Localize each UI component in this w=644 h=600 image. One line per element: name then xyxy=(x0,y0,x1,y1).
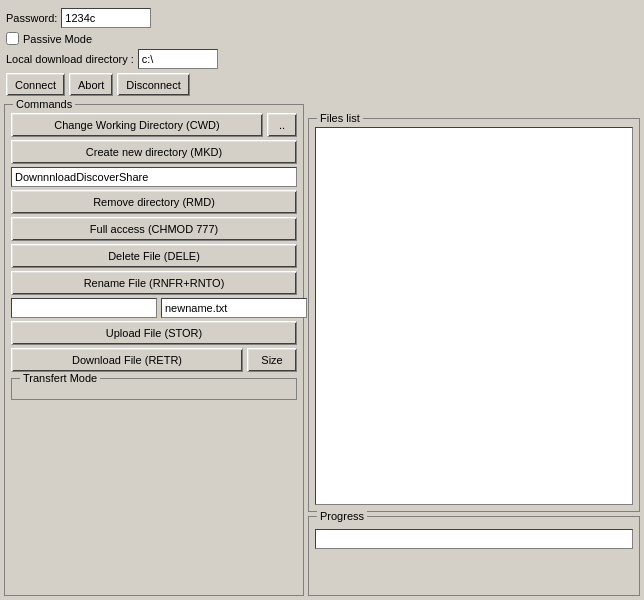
progress-bar-container xyxy=(315,529,633,549)
rename-old-input[interactable] xyxy=(11,298,157,318)
stor-button[interactable]: Upload File (STOR) xyxy=(11,321,297,345)
cwd-button[interactable]: Change Working Directory (CWD) xyxy=(11,113,263,137)
top-section: Password: Passive Mode Local download di… xyxy=(4,4,304,100)
rmd-button[interactable]: Remove directory (RMD) xyxy=(11,190,297,214)
local-dir-field[interactable] xyxy=(138,49,218,69)
commands-title: Commands xyxy=(13,98,75,110)
download-row: Download File (RETR) Size xyxy=(11,348,297,372)
top-empty-area xyxy=(308,4,640,114)
mkd-button[interactable]: Create new directory (MKD) xyxy=(11,140,297,164)
chmod-button[interactable]: Full access (CHMOD 777) xyxy=(11,217,297,241)
password-row: Password: xyxy=(6,6,302,30)
abort-button[interactable]: Abort xyxy=(69,73,113,96)
files-list-title: Files list xyxy=(317,112,363,124)
cwd-path-input[interactable] xyxy=(11,167,297,187)
password-label: Password: xyxy=(6,12,57,24)
rename-new-input[interactable] xyxy=(161,298,307,318)
passive-mode-row: Passive Mode xyxy=(6,30,302,47)
password-field[interactable] xyxy=(61,8,151,28)
connect-button[interactable]: Connect xyxy=(6,73,65,96)
left-panel: Password: Passive Mode Local download di… xyxy=(4,4,304,596)
right-panel: Files list Progress xyxy=(308,4,640,596)
commands-group: Commands Change Working Directory (CWD) … xyxy=(4,104,304,596)
transfer-mode-group: Transfert Mode xyxy=(11,378,297,400)
cwd-row: Change Working Directory (CWD) .. xyxy=(11,113,297,137)
connection-buttons-row: Connect Abort Disconnect xyxy=(6,71,302,98)
main-container: Password: Passive Mode Local download di… xyxy=(0,0,644,600)
local-dir-row: Local download directory : xyxy=(6,47,302,71)
passive-mode-checkbox[interactable] xyxy=(6,32,19,45)
passive-mode-label: Passive Mode xyxy=(23,33,92,45)
transfer-mode-title: Transfert Mode xyxy=(20,372,100,384)
files-list-group: Files list xyxy=(308,118,640,512)
progress-group: Progress xyxy=(308,516,640,596)
rename-row xyxy=(11,298,297,318)
files-listbox[interactable] xyxy=(315,127,633,505)
rnfr-button[interactable]: Rename File (RNFR+RNTO) xyxy=(11,271,297,295)
dotdot-button[interactable]: .. xyxy=(267,113,297,137)
progress-title: Progress xyxy=(317,510,367,522)
dele-button[interactable]: Delete File (DELE) xyxy=(11,244,297,268)
retr-button[interactable]: Download File (RETR) xyxy=(11,348,243,372)
size-button[interactable]: Size xyxy=(247,348,297,372)
local-dir-label: Local download directory : xyxy=(6,53,134,65)
disconnect-button[interactable]: Disconnect xyxy=(117,73,189,96)
